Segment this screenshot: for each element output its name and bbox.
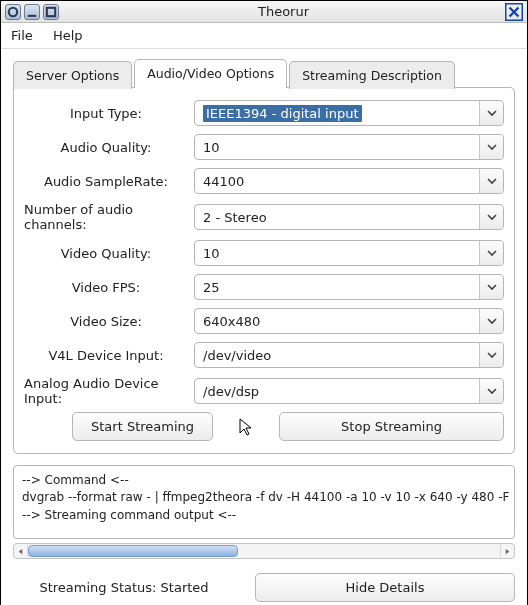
video-size-value: 640x480 <box>203 314 260 329</box>
svg-rect-1 <box>28 14 36 16</box>
tab-audio-video-options[interactable]: Audio/Video Options <box>134 59 287 88</box>
streaming-status-label: Streaming Status: Started <box>13 580 235 595</box>
label-v4l-device: V4L Device Input: <box>24 348 194 363</box>
video-fps-combobox[interactable]: 25 <box>194 274 504 300</box>
scrollbar-thumb[interactable] <box>28 545 238 557</box>
status-row: Streaming Status: Started Hide Details <box>13 573 515 602</box>
start-streaming-button[interactable]: Start Streaming <box>72 412 213 441</box>
log-line: --> Command <-- <box>22 472 506 489</box>
label-audio-channels: Number of audio channels: <box>24 202 194 232</box>
menu-help[interactable]: Help <box>53 28 83 43</box>
audio-samplerate-value: 44100 <box>203 174 244 189</box>
chevron-down-icon <box>479 343 503 367</box>
input-type-combobox[interactable]: IEEE1394 - digital input <box>194 100 504 126</box>
app-window: Theorur File Help Server Options Audio/V… <box>0 0 528 605</box>
tabstrip: Server Options Audio/Video Options Strea… <box>13 59 515 88</box>
label-analog-audio-device: Analog Audio Device Input: <box>24 376 194 406</box>
chevron-down-icon <box>479 379 503 403</box>
v4l-device-value: /dev/video <box>203 348 271 363</box>
close-icon <box>505 3 523 21</box>
chevron-down-icon <box>479 309 503 333</box>
menu-file[interactable]: File <box>11 28 33 43</box>
video-size-combobox[interactable]: 640x480 <box>194 308 504 334</box>
audio-channels-value: 2 - Stereo <box>203 210 267 225</box>
chevron-down-icon <box>479 275 503 299</box>
v4l-device-comboentry[interactable]: /dev/video <box>194 342 504 368</box>
label-video-fps: Video FPS: <box>24 280 194 295</box>
video-quality-value: 10 <box>203 246 220 261</box>
window-title: Theorur <box>62 4 505 19</box>
tab-page-audio-video: Input Type: IEEE1394 - digital input Aud… <box>13 87 515 454</box>
log-line: dvgrab --format raw - | ffmpeg2theora -f… <box>22 489 506 506</box>
maximize-button[interactable] <box>43 4 59 20</box>
label-video-quality: Video Quality: <box>24 246 194 261</box>
svg-rect-2 <box>47 7 55 15</box>
minimize-icon <box>25 5 39 19</box>
horizontal-scrollbar[interactable] <box>13 543 515 559</box>
video-fps-value: 25 <box>203 280 220 295</box>
hide-details-button[interactable]: Hide Details <box>255 573 515 602</box>
svg-point-0 <box>9 7 17 15</box>
circle-icon <box>6 5 20 19</box>
audio-samplerate-combobox[interactable]: 44100 <box>194 168 504 194</box>
chevron-down-icon <box>479 135 503 159</box>
scroll-left-icon[interactable] <box>14 544 28 558</box>
video-quality-combobox[interactable]: 10 <box>194 240 504 266</box>
window-menu-button[interactable] <box>5 4 21 20</box>
tab-server-options[interactable]: Server Options <box>13 61 132 89</box>
cursor-icon <box>231 417 261 437</box>
stop-streaming-button[interactable]: Stop Streaming <box>279 412 504 441</box>
label-audio-quality: Audio Quality: <box>24 140 194 155</box>
analog-audio-device-comboentry[interactable]: /dev/dsp <box>194 378 504 404</box>
audio-channels-combobox[interactable]: 2 - Stereo <box>194 204 504 230</box>
maximize-icon <box>44 5 58 19</box>
log-line: --> Streaming command output <-- <box>22 507 506 524</box>
scroll-right-icon[interactable] <box>500 544 514 558</box>
minimize-button[interactable] <box>24 4 40 20</box>
chevron-down-icon <box>479 101 503 125</box>
close-button[interactable] <box>505 3 523 21</box>
chevron-down-icon <box>479 169 503 193</box>
analog-audio-device-value: /dev/dsp <box>203 384 259 399</box>
menubar: File Help <box>1 23 527 49</box>
label-input-type: Input Type: <box>24 106 194 121</box>
label-audio-samplerate: Audio SampleRate: <box>24 174 194 189</box>
titlebar: Theorur <box>1 1 527 23</box>
tab-streaming-description[interactable]: Streaming Description <box>289 61 455 89</box>
command-output-log[interactable]: --> Command <-- dvgrab --format raw - | … <box>13 465 515 539</box>
audio-quality-value: 10 <box>203 140 220 155</box>
input-type-value: IEEE1394 - digital input <box>203 105 362 122</box>
audio-quality-combobox[interactable]: 10 <box>194 134 504 160</box>
chevron-down-icon <box>479 205 503 229</box>
label-video-size: Video Size: <box>24 314 194 329</box>
client-area: Server Options Audio/Video Options Strea… <box>1 49 527 605</box>
chevron-down-icon <box>479 241 503 265</box>
streaming-button-row: Start Streaming Stop Streaming <box>24 412 504 441</box>
